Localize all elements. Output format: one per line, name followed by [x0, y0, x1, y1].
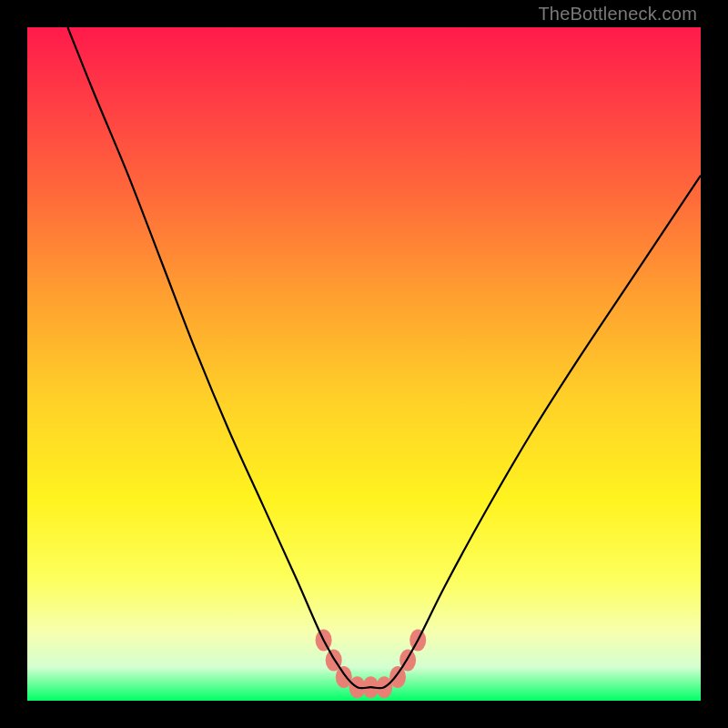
plot-area — [27, 27, 701, 701]
curve-layer — [27, 27, 701, 701]
chart-frame: TheBottleneck.com — [0, 0, 728, 728]
bottleneck-curve — [67, 27, 701, 688]
watermark-text: TheBottleneck.com — [538, 4, 697, 25]
